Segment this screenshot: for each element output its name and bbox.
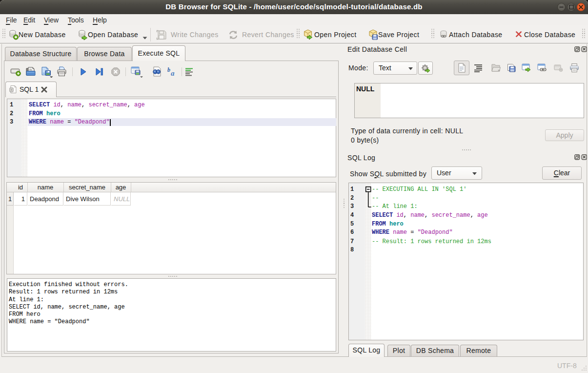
svg-text:a: a — [171, 69, 175, 77]
svg-text:b: b — [167, 66, 170, 73]
